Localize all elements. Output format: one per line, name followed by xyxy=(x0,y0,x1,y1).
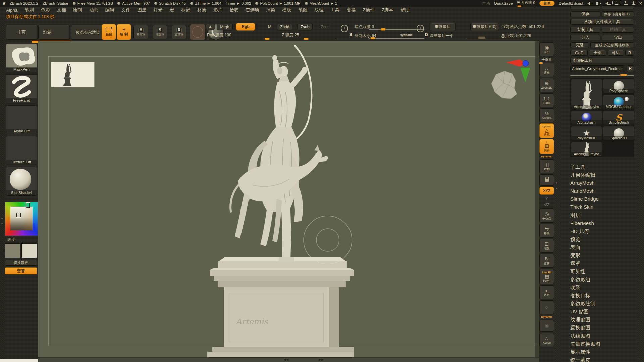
redo-last-relative-button[interactable]: 重做最后相对 xyxy=(470,23,499,31)
m-button[interactable]: M xyxy=(268,25,271,29)
menu-item[interactable]: 绘制 xyxy=(73,7,82,13)
z-intensity-handle[interactable] xyxy=(304,38,309,40)
subpalette-header[interactable]: 联系 xyxy=(570,284,637,292)
subpalette-header[interactable]: 表面 xyxy=(570,243,637,251)
right-shelf-button[interactable]: ⇆ 移动 xyxy=(539,224,554,238)
tray-toggle-right-icon[interactable]: ▸ xyxy=(596,2,601,5)
window-prev-icon[interactable]: ◂ xyxy=(605,2,611,5)
z-intensity-slider[interactable] xyxy=(282,39,336,39)
right-shelf-button[interactable]: ⊡ 缩放 xyxy=(539,239,554,253)
right-shelf-button[interactable]: 子像素 xyxy=(539,57,554,62)
tool-thumbnail[interactable]: MRGBZGrabber xyxy=(603,95,634,109)
subpalette-header[interactable]: 矢量置换贴图 xyxy=(570,340,637,348)
menu-item[interactable]: 帮助 xyxy=(400,7,410,13)
alternate-button[interactable]: 交替 xyxy=(5,267,37,274)
subpalette-header[interactable]: 可见性 xyxy=(570,267,637,276)
menu-item[interactable]: 渲染 xyxy=(266,7,275,13)
tool-thumbnail[interactable]: PolySphere xyxy=(603,79,634,94)
subpalette-header[interactable]: 预览 xyxy=(570,235,637,243)
hue-selector-icon[interactable] xyxy=(26,203,30,208)
secondary-color-swatch[interactable] xyxy=(21,243,37,258)
draw-size-handle[interactable] xyxy=(370,37,375,39)
menu-item[interactable]: 材质 xyxy=(197,7,206,13)
brush-selector[interactable]: MaskPen xyxy=(6,44,37,72)
right-shelf-button[interactable]: Dynamic xyxy=(539,155,554,158)
horizontal-scrollbar[interactable]: ◀◀ ▶▶ xyxy=(38,357,539,362)
edit-button[interactable]: Edit xyxy=(102,24,116,40)
right-shelf-button[interactable]: ◉ xyxy=(539,320,554,332)
right-shelf-button[interactable]: ↺Z xyxy=(539,202,554,207)
subpalette-header[interactable]: UV 贴图 xyxy=(570,308,637,316)
clipped-button[interactable] xyxy=(570,5,600,9)
export-button[interactable]: 导出 xyxy=(602,35,634,40)
save-numbered-button[interactable]: 保存（编号加 1） xyxy=(602,11,634,17)
right-shelf-button[interactable]: ◌ xyxy=(539,300,554,314)
subpalette-header[interactable]: 子工具 xyxy=(570,163,637,171)
rotate-gizmo-button[interactable]: R 旋转轴 xyxy=(172,25,186,39)
scale-gizmo-button[interactable]: S 缩放轴 xyxy=(153,25,167,39)
right-shelf-button[interactable]: ◫ 对称 xyxy=(539,159,554,173)
color-selector-icon[interactable] xyxy=(16,213,21,217)
menu-item[interactable]: 宏 xyxy=(170,7,174,13)
menu-item[interactable]: 动态 xyxy=(89,7,98,13)
menu-item[interactable]: 色彩 xyxy=(41,7,50,13)
a-button[interactable]: A xyxy=(206,24,215,30)
mrgb-button[interactable]: Mrgb xyxy=(217,24,233,30)
menu-item[interactable]: Z脚本 xyxy=(382,7,393,13)
clone-button[interactable]: 克隆 xyxy=(570,42,589,48)
menu-button[interactable]: 菜单 xyxy=(539,1,555,6)
window-next-icon[interactable]: ▸ xyxy=(615,2,620,5)
tool-thumbnail[interactable]: SimpleBrush xyxy=(603,110,634,125)
right-shelf-button[interactable]: ↔ 滚动 xyxy=(539,63,554,77)
load-from-project-button[interactable]: 从项目文件载入工具 xyxy=(570,19,634,25)
subpalette-header[interactable]: FiberMesh xyxy=(570,219,637,227)
redo-last-button[interactable]: 重做最后 xyxy=(430,23,456,31)
subpalette-header[interactable]: 遮罩 xyxy=(570,259,637,267)
menu-item[interactable]: 灯光 xyxy=(154,7,163,13)
subpalette-header[interactable]: 几何体编辑 xyxy=(570,171,637,179)
zsub-button[interactable]: Zsub xyxy=(297,24,313,30)
right-shelf-button[interactable]: Dynamic ◬ 透视 xyxy=(539,123,554,138)
subpalette-header[interactable]: ArrayMesh xyxy=(570,179,637,187)
material-selector[interactable]: SkinShade4 xyxy=(6,167,37,196)
color-picker[interactable] xyxy=(5,202,38,236)
tool-thumbnail[interactable]: AlphaBrush xyxy=(571,110,602,125)
close-icon[interactable]: × xyxy=(639,2,642,5)
zadd-button[interactable]: Zadd xyxy=(277,24,292,30)
scroll-left-icon[interactable]: ◀◀ xyxy=(283,358,288,361)
right-shelf-button[interactable]: ◐ 透明 xyxy=(539,285,554,299)
right-shelf-button[interactable]: Y ▦ 网格 xyxy=(539,139,554,154)
subpalette-header[interactable]: 法线贴图 xyxy=(570,332,637,340)
menu-item[interactable]: 文档 xyxy=(57,7,66,13)
lightbox-tool-button[interactable]: 灯箱▶工具 xyxy=(570,58,634,63)
tool-thumbnail[interactable]: Artemis_Greyho xyxy=(571,142,602,157)
subpalette-header[interactable]: 置换贴图 xyxy=(570,324,637,332)
tool-thumbnail[interactable]: PolyMesh3D xyxy=(571,126,602,141)
menu-item[interactable]: 文件 xyxy=(121,7,130,13)
tray-expand-icon[interactable]: ▸ xyxy=(556,181,558,184)
goz-all-button[interactable]: 全部 xyxy=(589,50,606,56)
right-shelf-button[interactable]: XYZ xyxy=(539,187,554,195)
menu-item[interactable]: 拾取 xyxy=(229,7,238,13)
menu-item[interactable]: 工具 xyxy=(331,7,340,13)
home-button[interactable]: 主页 xyxy=(6,25,37,40)
tray-collapse-icon[interactable]: ◂ xyxy=(1,221,3,225)
menu-item[interactable]: 编辑 xyxy=(105,7,114,13)
draw-button[interactable]: -¦- 绘 制 xyxy=(117,24,131,40)
active-tool-name[interactable]: Artemis_Greyhound_Decima xyxy=(570,65,625,72)
goz-r-button[interactable]: R xyxy=(625,50,634,56)
main-color-swatch[interactable] xyxy=(5,243,20,258)
subpalette-header[interactable]: Thick Skin xyxy=(570,203,637,211)
import-button[interactable]: 导入 xyxy=(570,35,600,40)
stroke-d-icon[interactable]: D xyxy=(416,23,428,39)
subpalette-header[interactable]: 显示属性 xyxy=(570,348,637,356)
tray-toggle-left-icon[interactable]: ◂ xyxy=(587,2,592,5)
stroke-selector[interactable]: FreeHand xyxy=(6,74,37,103)
menu-item[interactable]: 标记 xyxy=(181,7,190,13)
save-button[interactable]: 保存 xyxy=(570,11,600,17)
zcut-button[interactable]: Zcut xyxy=(318,24,331,30)
subpalette-header[interactable]: 变形 xyxy=(570,251,637,259)
paste-tool-button[interactable]: 粘贴工具 xyxy=(602,27,634,33)
subpalette-header[interactable]: 统一蒙皮 xyxy=(570,356,637,362)
tray-expand-icon[interactable]: ▸ xyxy=(556,186,558,190)
